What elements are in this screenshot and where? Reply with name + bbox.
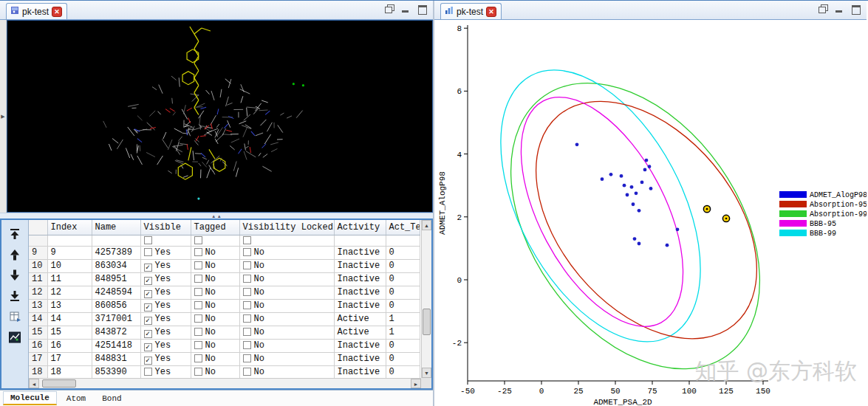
bottom-tab-atom[interactable]: Atom [60,393,92,405]
bottom-tab-molecule[interactable]: Molecule [3,391,57,405]
checkbox[interactable] [144,368,152,376]
window-restore-button[interactable] [819,4,828,13]
table-row[interactable]: 14 14 3717001 ✓Yes No No Active 1 [29,312,420,326]
checkbox[interactable] [243,341,251,349]
horizontal-scroll-thumb[interactable] [42,379,76,388]
scatter-point[interactable] [623,184,626,187]
move-down-icon[interactable] [8,269,21,282]
column-header[interactable]: Visible [140,220,191,235]
table-row[interactable]: 11 11 848951 ✓Yes No No Inactive 0 [29,272,420,286]
bottom-tab-bond[interactable]: Bond [95,393,128,405]
scatter-point[interactable] [630,185,634,189]
checkbox[interactable] [194,314,202,323]
column-header[interactable]: Index [47,220,92,235]
scroll-left-arrow[interactable]: ◄ [29,379,39,388]
scroll-right-arrow[interactable]: ► [411,379,421,388]
checkbox[interactable] [194,301,202,309]
scatter-point[interactable] [638,242,641,246]
scatter-point[interactable] [620,174,623,178]
checkbox[interactable]: ✓ [144,343,152,351]
checkbox[interactable] [243,354,251,362]
table-row[interactable]: 12 12 4248594 ✓Yes No No Inactive 0 [29,286,420,299]
tab-pk-test-molecule[interactable]: pk-test ✕ [6,3,67,19]
checkbox[interactable] [243,261,251,269]
table-row[interactable]: 10 10 863034 ✓Yes No No Inactive 0 [29,259,420,272]
scatter-point[interactable] [609,173,613,176]
window-minimize-button[interactable] [401,4,411,13]
column-header[interactable]: Name [92,220,140,235]
checkbox[interactable] [243,288,251,296]
checkbox[interactable] [243,368,251,376]
checkbox[interactable]: ✓ [144,330,152,338]
scatter-point[interactable] [638,209,641,213]
checkbox[interactable]: ✓ [144,277,152,285]
checkbox[interactable] [194,328,202,336]
scroll-up-arrow[interactable]: ▲ [422,220,431,230]
column-header[interactable]: Tagged [191,220,239,235]
scatter-point[interactable] [633,237,637,241]
checkbox[interactable] [144,248,152,256]
tab-pk-test-plot[interactable]: pk-test ✕ [440,3,502,19]
scatter-point[interactable] [648,165,652,168]
plot-tool-icon[interactable] [8,331,21,344]
checkbox[interactable] [194,341,202,349]
scatter-point[interactable] [640,181,644,185]
move-up-icon[interactable] [8,248,21,261]
horizontal-scrollbar[interactable]: ◄ ► [29,378,421,388]
scatter-point[interactable] [626,193,629,197]
scroll-to-top-icon[interactable] [8,227,21,241]
checkbox[interactable]: ✓ [144,264,152,272]
checkbox[interactable] [194,236,202,244]
table-row[interactable]: 17 17 848831 ✓Yes No No Inactive 0 [29,352,420,365]
molecule-3d-viewer[interactable] [7,20,433,213]
scatter-point[interactable] [676,227,680,231]
table-row[interactable]: 15 15 843872 ✓Yes No No Active 1 [29,326,420,339]
checkbox[interactable]: ✓ [144,317,152,325]
checkbox[interactable] [243,301,251,309]
window-minimize-button[interactable] [835,4,844,13]
scroll-to-bottom-icon[interactable] [8,289,21,303]
scatter-point[interactable] [666,244,669,247]
splitter-handle[interactable]: ▲ ▲ [0,213,433,219]
scatter-point[interactable] [632,202,635,206]
checkbox[interactable] [194,288,202,296]
checkbox[interactable]: ✓ [144,290,152,298]
checkbox[interactable] [243,248,251,256]
table-row[interactable]: 18 18 853390 Yes No No Inactive 0 [29,365,420,378]
window-maximize-button[interactable] [417,4,427,13]
checkbox[interactable] [194,275,202,283]
column-header[interactable]: Visibility Locked [239,220,334,235]
scatter-point[interactable] [601,177,604,181]
checkbox[interactable] [243,314,251,323]
checkbox[interactable] [243,275,251,283]
scroll-down-arrow[interactable]: ▼ [422,368,431,378]
checkbox[interactable] [243,236,251,244]
checkbox[interactable] [144,236,152,244]
table-row[interactable]: 9 9 4257389 Yes No No Inactive 0 [29,246,420,259]
checkbox[interactable] [243,328,251,336]
window-restore-button[interactable] [385,4,394,13]
tab-close-icon[interactable]: ✕ [52,7,62,17]
vertical-scroll-thumb[interactable] [423,309,431,335]
table-row[interactable]: 13 13 860856 ✓Yes No No Inactive 0 [29,299,420,312]
vertical-scrollbar[interactable]: ▲ ▼ [421,220,431,378]
copy-table-icon[interactable] [8,310,21,323]
scatter-point[interactable] [643,168,647,172]
table-row[interactable]: 16 16 4251418 ✓Yes No No Inactive 0 [29,339,420,352]
scatter-point[interactable] [575,142,579,146]
window-maximize-button[interactable] [851,4,861,13]
table-row-partial[interactable] [29,235,420,246]
column-header[interactable]: Activity [334,220,386,235]
checkbox[interactable] [194,261,202,269]
checkbox[interactable]: ✓ [144,303,152,312]
tab-close-icon[interactable]: ✕ [486,7,496,17]
checkbox[interactable] [194,354,202,362]
scatter-point[interactable] [649,187,653,190]
column-header[interactable]: Act_Te [386,220,420,235]
checkbox[interactable] [194,248,202,256]
scatter-point[interactable] [635,191,638,195]
scatter-point[interactable] [645,159,649,162]
checkbox[interactable]: ✓ [144,357,152,365]
panel-expander[interactable]: ▶ [0,20,7,213]
checkbox[interactable] [194,368,202,376]
